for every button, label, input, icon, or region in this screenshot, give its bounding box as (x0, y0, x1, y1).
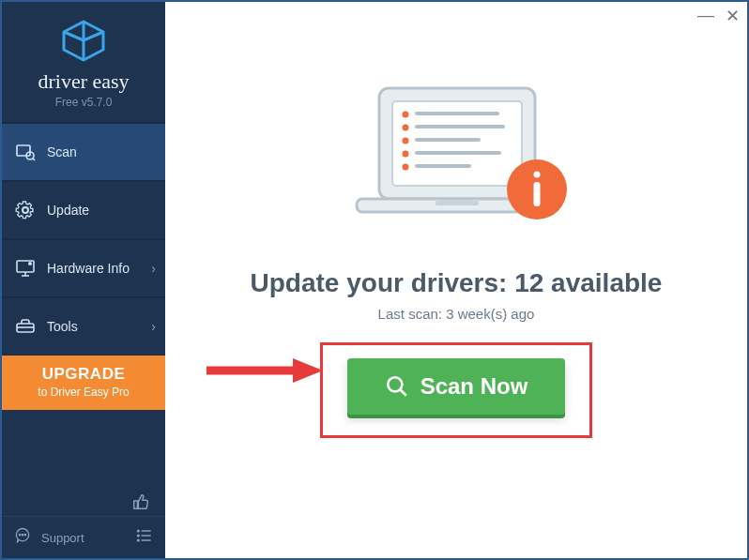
chevron-right-icon: › (151, 261, 156, 276)
sidebar-nav: Scan Update (2, 123, 165, 356)
svg-rect-27 (415, 138, 481, 142)
svg-point-16 (138, 535, 140, 537)
last-scan-label: Last scan: 3 week(s) ago (378, 306, 535, 322)
chevron-right-icon: › (151, 319, 156, 334)
headline: Update your drivers: 12 available (251, 268, 663, 298)
svg-rect-23 (415, 112, 499, 115)
scan-now-button[interactable]: Scan Now (347, 358, 565, 415)
svg-point-35 (534, 172, 541, 178)
gear-icon (15, 200, 36, 220)
svg-point-24 (403, 125, 409, 131)
sidebar-item-label: Hardware Info (47, 261, 130, 276)
svg-point-30 (403, 164, 409, 171)
svg-rect-36 (534, 182, 541, 206)
tools-icon (15, 316, 36, 337)
sidebar-item-scan[interactable]: Scan (2, 123, 165, 181)
laptop-illustration (325, 84, 588, 248)
svg-rect-25 (415, 125, 505, 129)
support-link[interactable]: Support (41, 531, 126, 545)
svg-point-13 (24, 535, 25, 536)
scan-icon (15, 142, 36, 162)
svg-marker-40 (293, 358, 323, 383)
svg-point-18 (138, 539, 140, 541)
svg-point-14 (138, 530, 140, 532)
svg-rect-29 (415, 151, 501, 155)
upgrade-button[interactable]: UPGRADE to Driver Easy Pro (2, 356, 165, 410)
svg-point-37 (388, 377, 402, 391)
sidebar-like-row (2, 486, 165, 516)
headline-suffix: available (543, 268, 662, 297)
svg-point-11 (19, 535, 20, 536)
sidebar-item-tools[interactable]: Tools › (2, 297, 165, 356)
app-version: Free v5.7.0 (11, 96, 156, 109)
svg-point-22 (403, 112, 409, 118)
list-icon[interactable] (135, 526, 154, 549)
annotation-arrow-icon (203, 356, 325, 385)
scan-now-label: Scan Now (420, 373, 528, 400)
monitor-icon (15, 258, 36, 279)
svg-line-3 (33, 159, 35, 160)
annotation-frame: Scan Now (320, 342, 592, 438)
sidebar-item-hardware-info[interactable]: Hardware Info › (2, 239, 165, 297)
available-count: 12 (514, 268, 543, 297)
app-window: — ✕ driver easy Free v5.7.0 (0, 0, 749, 560)
svg-point-26 (403, 138, 409, 144)
logo-block: driver easy Free v5.7.0 (2, 2, 165, 123)
svg-rect-1 (17, 145, 30, 156)
headline-prefix: Update your drivers: (251, 268, 515, 297)
svg-line-38 (400, 390, 405, 396)
thumbs-up-icon[interactable] (131, 492, 152, 516)
svg-point-12 (22, 535, 23, 536)
main-panel: Update your drivers: 12 available Last s… (165, 2, 747, 558)
svg-rect-31 (415, 164, 471, 168)
svg-rect-33 (436, 201, 479, 205)
sidebar-item-label: Scan (47, 144, 77, 159)
sidebar-item-label: Update (47, 203, 89, 218)
app-logo-icon (59, 19, 108, 66)
search-icon (385, 374, 409, 399)
upgrade-subtitle: to Driver Easy Pro (8, 386, 160, 399)
app-brand-name: driver easy (11, 69, 156, 94)
sidebar-footer: Support (2, 516, 165, 558)
sidebar: driver easy Free v5.7.0 Scan (2, 2, 165, 558)
chat-icon[interactable] (13, 526, 32, 549)
sidebar-item-update[interactable]: Update (2, 181, 165, 239)
upgrade-title: UPGRADE (8, 365, 160, 384)
svg-point-7 (28, 262, 32, 265)
sidebar-item-label: Tools (47, 319, 78, 334)
svg-point-28 (403, 151, 409, 158)
